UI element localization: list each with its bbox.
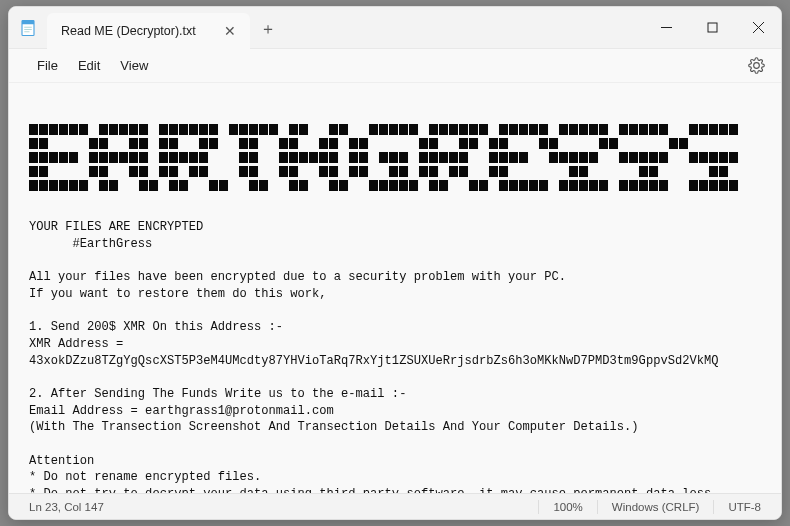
text-line: 2. After Sending The Funds Write us to t… <box>29 387 406 401</box>
text-line: YOUR FILES ARE ENCRYPTED <box>29 220 203 234</box>
document-tab[interactable]: Read ME (Decryptor).txt ✕ <box>47 13 250 49</box>
text-line: * Do not try to decrypt your data using … <box>29 487 718 493</box>
svg-rect-1 <box>22 20 34 24</box>
editor-area[interactable]: YOUR FILES ARE ENCRYPTED #EarthGress All… <box>9 83 781 493</box>
titlebar-drag-area[interactable] <box>286 7 643 48</box>
status-zoom[interactable]: 100% <box>539 501 596 513</box>
text-line: 1. Send 200$ XMR On this Address :- <box>29 320 283 334</box>
status-eol[interactable]: Windows (CRLF) <box>598 501 714 513</box>
text-line: #EarthGress <box>29 237 152 251</box>
status-position[interactable]: Ln 23, Col 147 <box>15 501 118 513</box>
menubar: File Edit View <box>9 49 781 83</box>
new-tab-button[interactable]: ＋ <box>250 11 286 48</box>
text-line: (With The Transection Screenshot And Tra… <box>29 420 639 434</box>
ascii-banner <box>29 124 761 192</box>
maximize-button[interactable] <box>689 7 735 48</box>
menu-view[interactable]: View <box>110 54 158 77</box>
gear-icon <box>748 57 765 74</box>
menu-edit[interactable]: Edit <box>68 54 110 77</box>
close-tab-icon[interactable]: ✕ <box>220 21 240 41</box>
statusbar: Ln 23, Col 147 100% Windows (CRLF) UTF-8 <box>9 493 781 519</box>
minimize-button[interactable] <box>643 7 689 48</box>
text-line: All your files have been encrypted due t… <box>29 270 566 284</box>
tab-title: Read ME (Decryptor).txt <box>61 24 196 38</box>
text-line: Email Address = earthgrass1@protonmail.c… <box>29 404 334 418</box>
text-line: XMR Address = 43xokDZzu8TZgYgQscXST5P3eM… <box>29 337 718 368</box>
text-line: * Do not rename encrypted files. <box>29 470 261 484</box>
text-line: Attention <box>29 454 94 468</box>
text-line: If you want to restore them do this work… <box>29 287 327 301</box>
close-window-button[interactable] <box>735 7 781 48</box>
settings-button[interactable] <box>741 57 771 74</box>
menu-file[interactable]: File <box>27 54 68 77</box>
titlebar: Read ME (Decryptor).txt ✕ ＋ <box>9 7 781 49</box>
status-encoding[interactable]: UTF-8 <box>714 501 775 513</box>
notepad-app-icon <box>9 7 47 48</box>
notepad-window: Read ME (Decryptor).txt ✕ ＋ File Edit Vi… <box>8 6 782 520</box>
svg-rect-6 <box>708 23 717 32</box>
